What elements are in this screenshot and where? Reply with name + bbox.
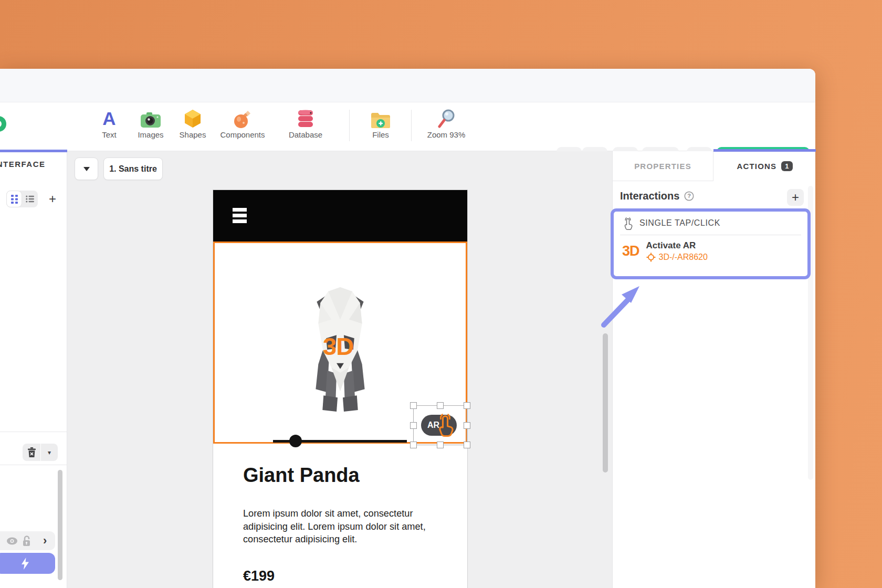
interface-panel: INTERFACE + ▾ › <box>0 151 67 588</box>
selection-handle[interactable] <box>464 442 470 448</box>
window-titlebar <box>0 69 815 102</box>
interface-panel-title: INTERFACE <box>0 160 46 169</box>
lightning-icon <box>22 558 29 570</box>
page-tab[interactable]: 1. Sans titre <box>103 158 163 180</box>
interaction-action-row[interactable]: 3D Activate AR 3D-/-AR8620 <box>614 235 807 262</box>
visibility-eye-icon[interactable] <box>6 537 18 545</box>
tap-gesture-icon <box>622 216 634 230</box>
toolbar-divider <box>411 110 412 141</box>
product-price[interactable]: €199 <box>243 568 275 584</box>
tool-label: Components <box>216 130 269 139</box>
interactions-header: Interactions ? <box>620 190 694 202</box>
page-dropdown-button[interactable] <box>75 158 98 180</box>
tool-shapes[interactable]: Shapes <box>172 107 214 148</box>
tool-label: Images <box>130 130 172 139</box>
folder-icon <box>370 111 391 129</box>
inspector-panel: PROPERTIES ACTIONS 1 Interactions ? + <box>612 151 815 588</box>
selection-handle[interactable] <box>464 422 470 429</box>
actions-count-badge: 1 <box>781 161 792 171</box>
panel-divider <box>0 465 67 465</box>
list-view-icon <box>26 195 34 203</box>
selection-handle[interactable] <box>410 422 417 429</box>
action-target: 3D-/-AR8620 <box>659 253 708 262</box>
view-mode-switch <box>6 191 38 207</box>
desktop: A Text Images Shapes Components Database <box>0 0 882 588</box>
tab-actions-indicator <box>713 149 816 152</box>
svg-text:?: ? <box>687 193 691 199</box>
ar-pill-button[interactable]: AR <box>421 415 457 436</box>
list-view-button[interactable] <box>22 191 38 207</box>
lock-open-icon[interactable] <box>22 536 32 547</box>
hamburger-menu-icon[interactable] <box>233 208 247 223</box>
action-3d-icon: 3D <box>622 243 639 259</box>
camera-icon <box>140 112 161 129</box>
interactions-title: Interactions <box>620 190 679 202</box>
magnifier-icon <box>437 109 456 129</box>
interaction-card[interactable]: SINGLE TAP/CLICK 3D Activate AR 3D-/-AR8… <box>611 208 811 279</box>
brand-logo-partial <box>0 116 6 132</box>
tab-actions[interactable]: ACTIONS 1 <box>713 151 816 181</box>
3d-overlay-label: 3D <box>323 332 353 361</box>
delete-button[interactable] <box>23 444 40 461</box>
help-icon[interactable]: ? <box>684 191 694 201</box>
canvas-scrollbar[interactable] <box>603 333 608 472</box>
phone-header[interactable] <box>213 190 467 242</box>
tool-text[interactable]: A Text <box>88 107 130 148</box>
app-window: A Text Images Shapes Components Database <box>0 69 815 588</box>
product-title[interactable]: Giant Panda <box>243 464 360 487</box>
hexagon-icon <box>183 109 203 129</box>
selection-handle[interactable] <box>437 442 444 448</box>
tool-files[interactable]: Files <box>360 107 402 148</box>
interaction-trigger-row[interactable]: SINGLE TAP/CLICK <box>614 212 807 235</box>
tool-images[interactable]: Images <box>130 107 172 148</box>
tool-label: Files <box>360 130 402 139</box>
action-title: Activate AR <box>646 240 708 251</box>
page-tab-label: 1. Sans titre <box>109 164 157 174</box>
image-slider-handle[interactable] <box>289 435 302 447</box>
trash-icon <box>27 447 36 457</box>
annotation-arrow <box>597 275 650 332</box>
database-icon <box>297 109 314 129</box>
target-icon <box>646 253 656 262</box>
delete-options-button[interactable]: ▾ <box>41 444 58 461</box>
panel-divider <box>0 432 67 432</box>
toolbar-divider <box>349 110 350 141</box>
text-tool-icon: A <box>102 109 116 129</box>
tool-label: Text <box>88 130 130 139</box>
selection-handle[interactable] <box>464 402 470 409</box>
tab-properties-label: PROPERTIES <box>634 162 691 171</box>
main-toolbar: A Text Images Shapes Components Database <box>0 102 815 151</box>
selection-handle[interactable] <box>437 402 444 409</box>
add-screen-button[interactable]: + <box>44 191 61 207</box>
tool-database[interactable]: Database <box>285 107 327 148</box>
product-description[interactable]: Lorem ipsum dolor sit amet, consectetur … <box>243 507 432 546</box>
tool-label: Database <box>285 130 327 139</box>
tab-actions-label: ACTIONS <box>737 162 776 171</box>
selection-handle[interactable] <box>410 402 417 409</box>
add-interaction-button[interactable]: + <box>787 189 804 206</box>
selected-layer-item[interactable] <box>0 553 55 574</box>
layers-scrollbar[interactable] <box>58 470 62 580</box>
grid-view-button[interactable] <box>6 191 22 207</box>
ar-tap-icon <box>435 411 456 438</box>
tool-zoom[interactable]: Zoom 93% <box>415 107 478 148</box>
selection-handle[interactable] <box>410 442 417 448</box>
interaction-trigger-label: SINGLE TAP/CLICK <box>639 218 720 228</box>
potion-icon <box>233 109 253 129</box>
grid-view-icon <box>11 195 18 204</box>
tool-components[interactable]: Components <box>216 107 269 148</box>
layer-controls-row: › <box>0 531 55 550</box>
interface-tab-indicator <box>0 150 67 152</box>
tab-properties[interactable]: PROPERTIES <box>613 151 713 181</box>
phone-mockup[interactable]: 3D AR Gi <box>213 190 467 588</box>
tool-label: Zoom 93% <box>415 130 478 139</box>
tool-label: Shapes <box>172 130 214 139</box>
expand-layer-chevron[interactable]: › <box>43 537 47 544</box>
caret-down-icon <box>83 167 90 171</box>
